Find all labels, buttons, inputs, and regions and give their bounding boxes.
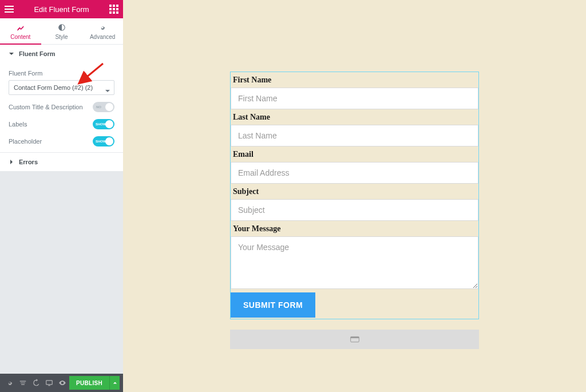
custom-title-toggle[interactable] <box>93 102 114 112</box>
section-fluent-form-body: Fluent Form Contact Form Demo (#2) (2) C… <box>0 70 123 152</box>
message-textarea[interactable] <box>231 236 478 289</box>
panel-tabs: Content Style Advanced <box>0 18 123 45</box>
svg-rect-1 <box>5 9 14 10</box>
section-fluent-form-title: Fluent Form <box>19 50 56 57</box>
editor-panel: Edit Fluent Form Content Style Advanced … <box>0 0 123 392</box>
svg-rect-6 <box>109 8 112 10</box>
navigator-icon[interactable] <box>17 375 29 390</box>
fluent-form-select-value: Contact Form Demo (#2) (2) <box>14 84 93 91</box>
widgets-icon[interactable] <box>105 0 123 18</box>
tab-style[interactable]: Style <box>41 18 82 44</box>
chevron-down-icon <box>105 85 110 90</box>
custom-title-label: Custom Title & Description <box>9 104 83 110</box>
caret-right-icon <box>9 159 14 165</box>
fluent-form-select-label: Fluent Form <box>9 70 114 77</box>
svg-rect-5 <box>116 5 118 7</box>
fluent-form-select[interactable]: Contact Form Demo (#2) (2) <box>9 80 114 95</box>
svg-rect-14 <box>48 385 50 386</box>
preview-canvas: First Name Last Name Email Subject Your … <box>123 0 586 392</box>
settings-icon[interactable] <box>3 375 15 390</box>
svg-rect-10 <box>113 11 115 14</box>
svg-rect-0 <box>5 6 14 7</box>
email-label: Email <box>231 146 478 162</box>
svg-rect-4 <box>113 5 115 7</box>
history-icon[interactable] <box>30 375 42 390</box>
panel-footer: PUBLISH <box>0 374 123 392</box>
last-name-label: Last Name <box>231 109 478 125</box>
svg-rect-2 <box>5 11 14 13</box>
labels-toggle-label: Labels <box>9 121 27 128</box>
publish-group: PUBLISH <box>69 376 120 390</box>
tab-advanced-label: Advanced <box>90 34 115 40</box>
svg-rect-8 <box>116 8 118 10</box>
svg-rect-11 <box>116 11 118 14</box>
email-input[interactable] <box>231 162 478 184</box>
svg-rect-9 <box>109 11 112 14</box>
section-fluent-form: Fluent Form Fluent Form Contact Form Dem… <box>0 45 123 153</box>
fluent-form-widget[interactable]: First Name Last Name Email Subject Your … <box>230 72 479 319</box>
panel-title: Edit Fluent Form <box>18 5 105 14</box>
svg-rect-3 <box>109 5 112 7</box>
first-name-input[interactable] <box>231 88 478 109</box>
responsive-icon[interactable] <box>43 375 55 390</box>
placeholder-toggle-label: Placeholder <box>9 138 42 145</box>
subject-label: Subject <box>231 184 478 199</box>
panel-header: Edit Fluent Form <box>0 0 123 18</box>
tab-style-label: Style <box>55 34 68 40</box>
control-placeholder: Placeholder <box>9 136 114 146</box>
svg-rect-17 <box>350 336 359 338</box>
caret-down-icon <box>9 51 14 57</box>
section-errors: Errors <box>0 153 123 172</box>
svg-rect-7 <box>113 8 115 10</box>
submit-button[interactable]: SUBMIT FORM <box>231 292 315 318</box>
control-custom-title: Custom Title & Description <box>9 102 114 112</box>
first-name-label: First Name <box>231 72 478 88</box>
add-section-placeholder[interactable] <box>230 330 479 349</box>
section-errors-header[interactable]: Errors <box>0 153 123 171</box>
last-name-input[interactable] <box>231 125 478 146</box>
publish-button[interactable]: PUBLISH <box>69 376 109 390</box>
tab-content-label: Content <box>10 34 30 40</box>
control-labels: Labels <box>9 119 114 129</box>
section-errors-title: Errors <box>19 159 38 165</box>
menu-icon[interactable] <box>0 0 18 18</box>
publish-options-button[interactable] <box>109 376 120 390</box>
tab-content[interactable]: Content <box>0 18 41 44</box>
preview-icon[interactable] <box>56 375 68 390</box>
subject-input[interactable] <box>231 199 478 221</box>
labels-toggle[interactable] <box>93 119 114 129</box>
tab-advanced[interactable]: Advanced <box>82 18 123 44</box>
svg-rect-13 <box>46 381 52 385</box>
control-fluent-form-select: Fluent Form Contact Form Demo (#2) (2) <box>9 70 114 95</box>
section-fluent-form-header[interactable]: Fluent Form <box>0 45 123 63</box>
message-label: Your Message <box>231 221 478 236</box>
placeholder-toggle[interactable] <box>93 136 114 146</box>
